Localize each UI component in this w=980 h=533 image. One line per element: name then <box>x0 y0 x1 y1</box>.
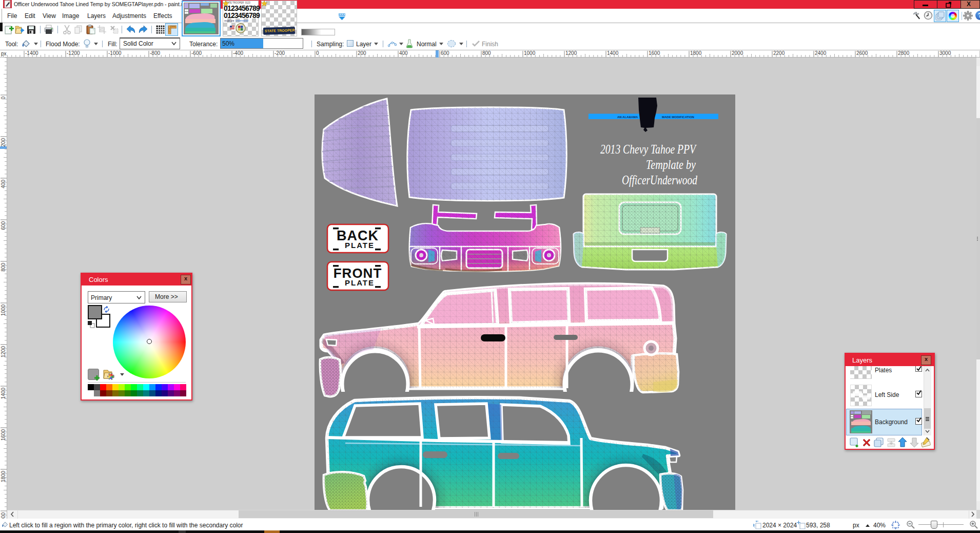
svg-text:PLATE: PLATE <box>345 241 375 250</box>
svg-text:OfficerUnderwood: OfficerUnderwood <box>622 173 697 187</box>
svg-text:PLATE: PLATE <box>345 278 375 287</box>
svg-text:MADE MODIFICATION: MADE MODIFICATION <box>662 116 694 119</box>
svg-text:2013 Chevy Tahoe PPV: 2013 Chevy Tahoe PPV <box>600 142 697 156</box>
svg-text:Template by: Template by <box>646 158 696 172</box>
svg-text:AN ALABAMA: AN ALABAMA <box>617 116 638 119</box>
